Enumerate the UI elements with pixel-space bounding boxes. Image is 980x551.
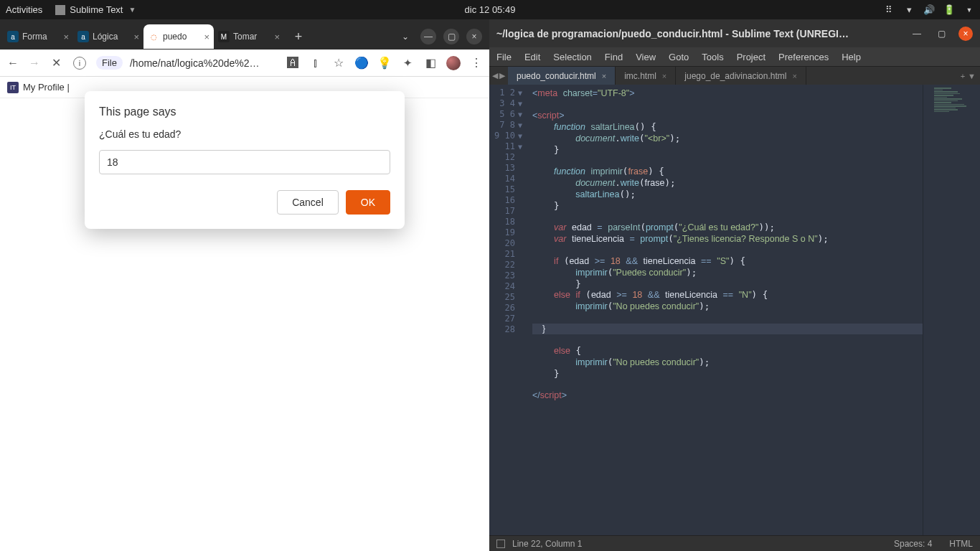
window-maximize-button[interactable]: ▢ xyxy=(934,27,948,41)
window-close-button[interactable]: × xyxy=(958,27,973,41)
system-menu-chevron-icon[interactable]: ▼ xyxy=(964,5,974,15)
window-minimize-button[interactable]: — xyxy=(420,29,436,44)
favicon-icon: a xyxy=(77,31,89,42)
tab-close-icon[interactable]: × xyxy=(662,72,666,80)
battery-icon[interactable]: 🔋 xyxy=(944,5,954,15)
clock[interactable]: dic 12 05:49 xyxy=(465,4,516,15)
browser-tab-active[interactable]: ◌ puedo × xyxy=(143,24,214,49)
share-icon[interactable]: ⫿ xyxy=(308,56,323,70)
sublime-status-bar: Line 22, Column 1 Spaces: 4 HTML xyxy=(489,535,980,551)
nav-stop-button[interactable]: ✕ xyxy=(49,56,63,70)
menu-find[interactable]: Find xyxy=(605,52,623,62)
bookmark-star-icon[interactable]: ☆ xyxy=(331,56,346,70)
translate-icon[interactable]: 🅰 xyxy=(286,56,300,70)
window-minimize-button[interactable]: — xyxy=(910,27,924,41)
sublime-window: ~/logica de programacion/puedo_conducir.… xyxy=(489,19,980,551)
browser-toolbar: ← → ✕ i File /home/nat/logica%20de%2… 🅰 … xyxy=(0,50,489,77)
address-scheme: File xyxy=(96,56,123,70)
syntax-status[interactable]: HTML xyxy=(949,539,973,549)
editor-tab[interactable]: imc.html × xyxy=(616,67,676,85)
tab-overflow-icon[interactable]: ▼ xyxy=(968,72,976,80)
bookmark-item[interactable]: My Profile | xyxy=(23,82,70,93)
dialog-input[interactable] xyxy=(99,150,390,174)
favicon-icon: a xyxy=(7,31,19,42)
volume-icon[interactable]: 🔊 xyxy=(924,5,934,15)
new-tab-button[interactable]: + xyxy=(288,27,308,47)
bookmark-favicon-icon: IT xyxy=(7,82,19,93)
sublime-tabstrip: ◀▶ puedo_conducir.html × imc.html × jueg… xyxy=(489,67,980,85)
tab-label: puedo_conducir.html xyxy=(517,71,596,81)
panel-toggle-icon[interactable] xyxy=(496,540,505,548)
extension-icon[interactable]: 🔵 xyxy=(354,56,369,70)
address-bar[interactable]: /home/nat/logica%20de%2… xyxy=(130,57,278,69)
loading-spinner-icon: ◌ xyxy=(148,31,159,42)
menu-goto[interactable]: Goto xyxy=(669,52,689,62)
page-content: This page says ¿Cuál es tu edad? Cancel … xyxy=(0,98,489,551)
chevron-down-icon: ▼ xyxy=(128,6,136,14)
favicon-icon: M xyxy=(218,31,230,42)
tab-overflow-chevron-icon[interactable]: ⌄ xyxy=(397,29,413,44)
dropbox-icon[interactable]: ⠿ xyxy=(884,5,894,15)
tab-label: Lógica xyxy=(93,32,118,42)
menu-help[interactable]: Help xyxy=(842,52,861,62)
tab-close-icon[interactable]: × xyxy=(63,32,69,42)
dialog-ok-button[interactable]: OK xyxy=(346,190,390,215)
menu-project[interactable]: Project xyxy=(737,52,765,62)
nav-forward-button[interactable]: → xyxy=(27,56,42,70)
sublime-logo-icon xyxy=(55,5,65,15)
gnome-top-bar: Activities Sublime Text ▼ dic 12 05:49 ⠿… xyxy=(0,0,980,19)
window-maximize-button[interactable]: ▢ xyxy=(443,29,459,44)
extensions-puzzle-icon[interactable]: ✦ xyxy=(400,56,415,70)
tab-close-icon[interactable]: × xyxy=(792,72,796,80)
tab-close-icon[interactable]: × xyxy=(204,32,209,42)
browser-tab[interactable]: a Forma × xyxy=(3,24,73,49)
editor-tab-active[interactable]: puedo_conducir.html × xyxy=(508,67,616,85)
dialog-message: ¿Cuál es tu edad? xyxy=(99,128,390,140)
tab-close-icon[interactable]: × xyxy=(133,32,139,42)
dialog-title: This page says xyxy=(99,105,390,118)
fold-gutter: ▼ ▼ ▼ ▼ ▼ ▼ xyxy=(518,85,528,535)
menu-edit[interactable]: Edit xyxy=(524,52,540,62)
lightbulb-icon[interactable]: 💡 xyxy=(377,56,392,70)
menu-kebab-icon[interactable]: ⋮ xyxy=(469,56,484,70)
sublime-titlebar: ~/logica de programacion/puedo_conducir.… xyxy=(489,19,980,47)
sidepanel-icon[interactable]: ◧ xyxy=(423,56,438,70)
tab-label: juego_de_adivinacion.html xyxy=(684,71,786,81)
sublime-menu-bar: File Edit Selection Find View Goto Tools… xyxy=(489,47,980,67)
tab-scroll-right-icon[interactable]: ▶ xyxy=(499,71,505,80)
tab-label: Tomar xyxy=(233,32,257,42)
browser-tabstrip: a Forma × a Lógica × ◌ puedo × M Tomar ×… xyxy=(0,19,489,50)
menu-tools[interactable]: Tools xyxy=(702,52,723,62)
site-info-icon[interactable]: i xyxy=(73,57,86,70)
code-editor[interactable]: <meta charset="UTF-8"> <script> function… xyxy=(528,85,923,535)
menu-preferences[interactable]: Preferences xyxy=(778,52,829,62)
tab-label: imc.html xyxy=(624,71,656,81)
browser-window: a Forma × a Lógica × ◌ puedo × M Tomar ×… xyxy=(0,19,489,551)
sublime-title: ~/logica de programacion/puedo_conducir.… xyxy=(496,28,910,39)
browser-tab[interactable]: a Lógica × xyxy=(73,24,143,49)
line-number-gutter: 1 2 3 4 5 6 7 8 9 10 11 12 13 14 15 16 1… xyxy=(489,85,518,535)
window-close-button[interactable]: × xyxy=(466,29,482,44)
browser-tab[interactable]: M Tomar × xyxy=(214,24,284,49)
cursor-position: Line 22, Column 1 xyxy=(512,539,582,549)
profile-avatar[interactable] xyxy=(446,56,461,70)
tab-close-icon[interactable]: × xyxy=(602,72,606,80)
minimap[interactable] xyxy=(923,85,980,535)
dialog-cancel-button[interactable]: Cancel xyxy=(277,190,339,215)
editor-tab[interactable]: juego_de_adivinacion.html × xyxy=(676,67,806,85)
tab-label: Forma xyxy=(22,32,47,42)
menu-file[interactable]: File xyxy=(496,52,512,62)
nav-back-button[interactable]: ← xyxy=(6,56,20,70)
active-app-indicator[interactable]: Sublime Text ▼ xyxy=(55,4,136,15)
tab-close-icon[interactable]: × xyxy=(274,32,280,42)
wifi-icon[interactable]: ▾ xyxy=(904,5,914,15)
javascript-prompt-dialog: This page says ¿Cuál es tu edad? Cancel … xyxy=(85,91,405,229)
menu-selection[interactable]: Selection xyxy=(553,52,591,62)
editor-area[interactable]: 1 2 3 4 5 6 7 8 9 10 11 12 13 14 15 16 1… xyxy=(489,85,980,535)
tab-scroll-left-icon[interactable]: ◀ xyxy=(492,71,498,80)
indentation-status[interactable]: Spaces: 4 xyxy=(894,539,932,549)
tab-add-icon[interactable]: + xyxy=(961,72,965,80)
activities-button[interactable]: Activities xyxy=(6,4,42,15)
active-app-name: Sublime Text xyxy=(70,4,123,15)
menu-view[interactable]: View xyxy=(636,52,656,62)
